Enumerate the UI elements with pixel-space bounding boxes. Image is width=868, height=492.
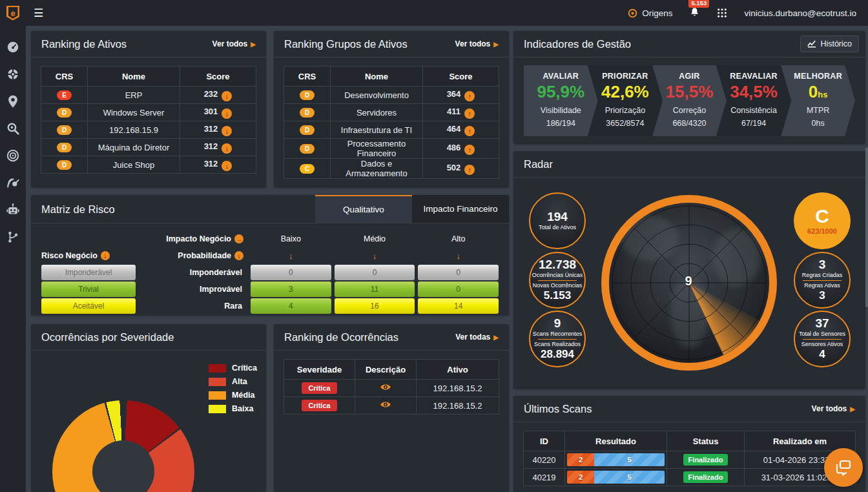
robot-icon[interactable]: [6, 203, 20, 217]
git-branch-icon[interactable]: [6, 230, 20, 244]
arrow-right-icon: →: [234, 234, 243, 243]
table-row[interactable]: D Servidores 411↑: [284, 104, 499, 121]
sensor-satellite-icon[interactable]: [6, 176, 20, 190]
apps-grid-icon[interactable]: [717, 8, 727, 18]
col-header: Severidade: [284, 360, 355, 380]
score-value: 502: [447, 163, 461, 172]
notifications-button[interactable]: 5.153: [689, 6, 700, 20]
panel-title: Ranking de Ativos: [41, 38, 127, 50]
tab-impacto-financeiro[interactable]: Impacto Financeiro: [412, 195, 509, 223]
kpi-fraction: 0hs: [812, 118, 825, 130]
stat-ocorrencias[interactable]: 12.738 Ocorrências Únicas Novas Ocorrênc…: [529, 252, 586, 309]
security-grade-badge[interactable]: C 623/1000: [794, 192, 851, 249]
impact-col: Médio: [335, 231, 415, 247]
crosshair-target-icon[interactable]: [6, 67, 20, 81]
origens-label: Origens: [642, 8, 672, 18]
scrollbar-thumb[interactable]: [865, 147, 868, 307]
table-row[interactable]: E ERP 232↓: [41, 87, 256, 104]
group-name: Servidores: [331, 104, 423, 121]
map-pin-icon[interactable]: [6, 94, 20, 108]
kpi-steps: AVALIAR 95,9% Visibilidade 186/194 PRIOR…: [513, 57, 865, 136]
legend-label: Média: [232, 391, 254, 400]
kpi-step-reavaliar[interactable]: REAVALIAR 34,5% Consistência 67/194: [717, 65, 791, 136]
probability-level: Improvável: [139, 282, 247, 297]
kpi-fraction: 186/194: [546, 118, 575, 130]
kpi-metric: Priorização: [605, 105, 646, 117]
dashboard-gauge-icon[interactable]: [6, 40, 20, 54]
risk-level: Imponderável: [41, 265, 136, 280]
app-logo[interactable]: e: [0, 6, 26, 21]
kpi-label: PRIORIZAR: [602, 72, 648, 81]
kpi-step-agir[interactable]: AGIR 15,5% Correção 668/4320: [652, 65, 727, 136]
kpi-metric: Visibilidade: [541, 105, 581, 117]
crs-badge: D: [300, 90, 315, 100]
kpi-step-priorizar[interactable]: PRIORIZAR 42,6% Priorização 3652/8574: [588, 65, 663, 136]
crs-badge: D: [57, 125, 72, 135]
stat-regras[interactable]: 3 Regras Criadas Regras Ativas 3: [794, 252, 851, 309]
severity-badge: Crítica: [302, 382, 336, 394]
trend-down-icon: ↓: [222, 126, 232, 136]
kpi-label: REAVALIAR: [730, 72, 778, 81]
table-row[interactable]: D Windows Server 301↓: [41, 104, 256, 121]
pie-legend: Crítica Alta Média Baixa: [209, 364, 257, 413]
table-row[interactable]: Crítica 192.168.15.2: [284, 380, 499, 397]
bullseye-rings-icon[interactable]: [6, 149, 20, 163]
search-inspect-icon[interactable]: [6, 121, 20, 136]
notifications-badge: 5.153: [688, 0, 709, 8]
menu-toggle-icon[interactable]: ☰: [34, 6, 43, 20]
table-row[interactable]: D Desenvolvimento 364↑: [284, 87, 499, 104]
table-row[interactable]: D Juice Shop 312↓: [41, 156, 256, 174]
kpi-value: 95,9%: [537, 82, 584, 101]
table-row[interactable]: D Processamento Financeiro 486↑: [284, 139, 499, 159]
historico-button[interactable]: Histórico: [800, 36, 859, 52]
matrix-cell: 4: [251, 298, 331, 314]
table-row[interactable]: D Máquina do Diretor 312↓: [41, 139, 256, 156]
status-badge: Finalizado: [683, 471, 728, 483]
origens-button[interactable]: Origens: [628, 8, 672, 18]
topbar: e ☰ Origens 5.153 vinicius.durbano@e: [0, 0, 868, 26]
asset-name: 192.168.15.9: [88, 121, 180, 139]
legend-label: Crítica: [232, 364, 257, 373]
risk-matrix: Impacto Negócio→ Baixo Médio Alto Risco …: [31, 223, 509, 315]
panel-title: Ranking de Ocorrências: [284, 331, 398, 343]
panel-title: Ocorrências por Severidade: [41, 331, 174, 343]
kpi-metric: MTPR: [807, 105, 829, 117]
table-row[interactable]: D Infraestrutura de TI 464↑: [284, 121, 499, 139]
col-header: Score: [180, 67, 256, 87]
probability-level: Rara: [139, 298, 247, 314]
user-email[interactable]: vinicius.durbano@ecotrust.io: [744, 8, 856, 18]
divider: [538, 339, 577, 340]
col-header: Nome: [88, 67, 180, 87]
table-row[interactable]: D 192.168.15.9 312↓: [41, 121, 256, 139]
trend-down-icon: ↓: [222, 91, 232, 101]
score-value: 486: [447, 143, 461, 152]
kpi-step-avaliar[interactable]: AVALIAR 95,9% Visibilidade 186/194: [524, 65, 598, 136]
stat-value: 194: [547, 210, 568, 224]
stat-total-ativos[interactable]: 194 Total de Ativos: [529, 192, 586, 249]
tab-qualitativo[interactable]: Qualitativo: [315, 195, 412, 223]
ver-todos-groups-link[interactable]: Ver todos ▶: [455, 39, 499, 48]
matrix-cell: 0: [418, 282, 499, 297]
crs-badge: D: [57, 160, 72, 170]
stat-sensores[interactable]: 37 Total de Sensores Sensores Ativos 4: [794, 311, 851, 367]
severity-donut-chart[interactable]: [52, 400, 194, 492]
prob-label: Probabilidade: [178, 251, 231, 260]
trend-up-icon: ↑: [464, 145, 475, 155]
table-row[interactable]: Crítica 192.168.15.2: [284, 397, 499, 415]
stat-label: Total de Sensores: [799, 331, 845, 338]
arrow-down-icon: ↓: [373, 251, 377, 261]
ver-todos-scans-link[interactable]: Ver todos ▶: [812, 404, 855, 413]
eye-icon[interactable]: [380, 400, 391, 409]
col-header: Status: [667, 431, 745, 451]
chat-support-button[interactable]: [824, 448, 863, 487]
ver-todas-occurrences-link[interactable]: Ver todas ▶: [455, 333, 499, 342]
stat-scans[interactable]: 9 Scans Recorrentes Scans Realizados 28.…: [529, 311, 586, 367]
ver-todos-assets-link[interactable]: Ver todos ▶: [212, 39, 256, 48]
table-row[interactable]: C Dados e Armazenamento 502↑: [284, 159, 499, 179]
table-row[interactable]: 40219 2 5 Finalizado 31-03-2026 11:02:02: [524, 469, 856, 486]
kpi-step-melhorar[interactable]: MELHORAR 0hs MTPR 0hs: [781, 65, 855, 136]
score-value: 411: [447, 107, 460, 116]
eye-icon[interactable]: [380, 383, 391, 391]
table-row[interactable]: 40220 2 5 Finalizado 01-04-2026 23:37:1: [524, 451, 856, 469]
divider: [803, 280, 842, 281]
